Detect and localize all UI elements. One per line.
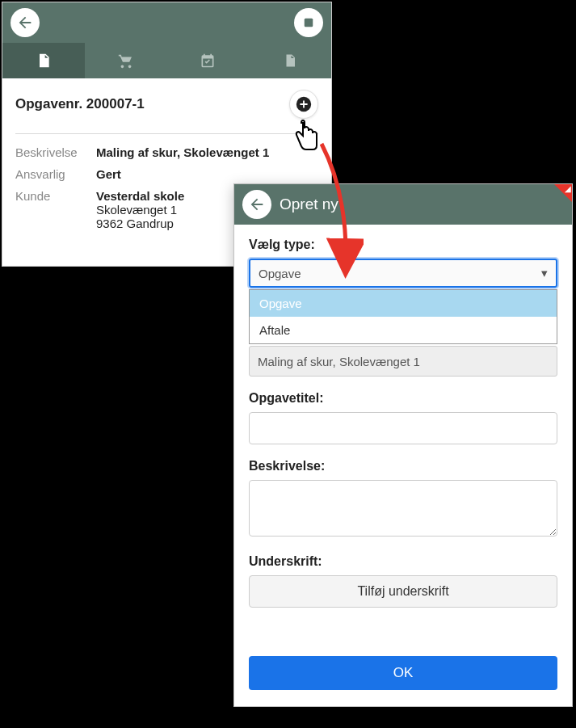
- tab-cart[interactable]: [85, 43, 167, 78]
- label-type: Vælg type:: [249, 238, 557, 252]
- beskrivelse-textarea[interactable]: [249, 480, 557, 537]
- plus-circle-icon: [295, 95, 313, 113]
- cart-icon: [117, 52, 135, 69]
- label-opgavetitel: Opgavetitel:: [249, 391, 557, 406]
- add-button[interactable]: [289, 90, 318, 119]
- label-kunde: Kunde: [15, 189, 96, 230]
- tab-bar: [2, 43, 331, 78]
- modal-back-button[interactable]: [242, 190, 271, 219]
- chevron-down-icon: ▾: [541, 266, 548, 280]
- document-icon: [36, 52, 52, 69]
- back-arrow-icon: [248, 196, 266, 213]
- label-ansvarlig: Ansvarlig: [15, 167, 96, 181]
- calendar-check-icon: [200, 52, 216, 69]
- dropdown-option-opgave[interactable]: Opgave: [250, 290, 557, 317]
- back-arrow-icon: [16, 14, 34, 32]
- stop-button[interactable]: [294, 8, 323, 37]
- type-select-value: Opgave: [259, 267, 301, 280]
- ok-button[interactable]: OK: [249, 656, 557, 690]
- create-new-modal: Opret ny Vælg type: Opgave ▾ Opgave Afta…: [233, 183, 573, 707]
- tab-calendar[interactable]: [167, 43, 250, 78]
- tab-document[interactable]: [2, 43, 85, 78]
- value-beskrivelse: Maling af skur, Skolevænget 1: [96, 145, 318, 159]
- stop-icon: [301, 15, 316, 30]
- corner-flag-icon[interactable]: [554, 184, 572, 202]
- type-dropdown-list: Opgave Aftale: [249, 289, 557, 344]
- label-underskrift: Underskrift:: [249, 554, 557, 569]
- svg-rect-0: [305, 19, 313, 27]
- value-ansvarlig: Gert: [96, 167, 318, 181]
- back-button[interactable]: [11, 8, 40, 37]
- file-icon: [283, 52, 297, 69]
- parent-task-readonly: Maling af skur, Skolevænget 1: [249, 346, 557, 377]
- label-beskrivelse: Beskrivelse: [15, 145, 96, 159]
- top-header: [2, 2, 331, 43]
- task-number: Opgavenr. 200007-1: [15, 96, 145, 112]
- dropdown-option-aftale[interactable]: Aftale: [250, 317, 557, 343]
- modal-title: Opret ny: [280, 196, 338, 213]
- modal-header: Opret ny: [234, 184, 572, 225]
- type-select[interactable]: Opgave ▾: [249, 259, 557, 288]
- opgavetitel-input[interactable]: [249, 412, 557, 444]
- label-beskrivelse-modal: Beskrivelse:: [249, 459, 557, 473]
- add-signature-button[interactable]: Tilføj underskrift: [249, 575, 557, 608]
- tab-file[interactable]: [249, 43, 331, 78]
